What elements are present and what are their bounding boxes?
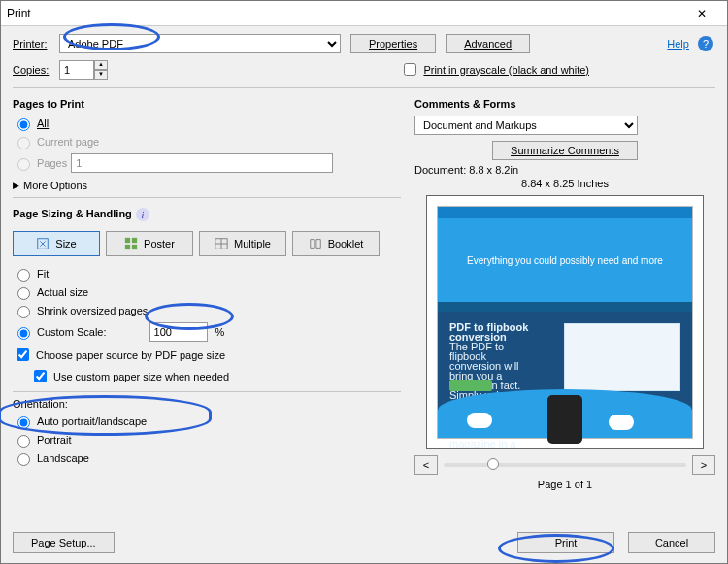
choose-source-checkbox[interactable] [17,348,29,361]
copies-label: Copies: [13,64,59,76]
printer-select[interactable]: Adobe PDF [59,34,341,53]
radio-all[interactable]: All [13,116,401,131]
preview-upload-btn [449,380,492,391]
print-dialog: Print ✕ Help ? Printer: Adobe PDF Proper… [0,0,728,564]
help-area: Help ? [667,36,713,51]
preview-nav [438,207,692,218]
sizing-multiple-button[interactable]: Multiple [199,231,286,256]
preview-slider[interactable] [444,463,686,467]
close-icon[interactable]: ✕ [682,7,721,20]
cancel-button[interactable]: Cancel [628,532,715,553]
radio-custom-scale[interactable]: Custom Scale: [13,324,107,340]
summarize-button[interactable]: Summarize Comments [492,141,638,160]
cloud-icon-2 [609,415,634,430]
info-icon[interactable]: i [136,208,149,221]
comments-select[interactable]: Document and Markups [414,116,638,135]
copies-stepper[interactable]: ▲ ▼ [59,60,108,80]
help-icon[interactable]: ? [698,36,713,51]
custom-scale-input[interactable] [149,322,208,342]
radio-fit[interactable]: Fit [13,266,401,282]
document-dim-label: Document: 8.8 x 8.2in [414,164,715,176]
use-custom-checkbox[interactable] [34,370,47,382]
page-setup-button[interactable]: Page Setup... [13,532,115,553]
use-custom-checkbox-row[interactable]: Use custom paper size when needed [30,367,401,385]
radio-orient-portrait[interactable]: Portrait [13,432,401,448]
phone-icon [547,395,582,444]
sizing-heading: Page Sizing & Handling [13,208,132,219]
advanced-button[interactable]: Advanced [446,34,530,53]
choose-source-checkbox-row[interactable]: Choose paper source by PDF page size [13,346,401,364]
preview-hero: Everything you could possibly need and m… [438,218,692,302]
print-preview: Everything you could possibly need and m… [426,195,704,449]
sizing-size-button[interactable]: Size [13,231,100,256]
sizing-booklet-button[interactable]: Booklet [292,231,380,256]
svg-rect-2 [132,238,137,243]
grayscale-checkbox-row[interactable]: Print in grayscale (black and white) [400,60,589,79]
preview-card [564,323,680,391]
radio-actual[interactable]: Actual size [13,284,401,300]
copies-input[interactable] [59,60,94,80]
orientation-heading: Orientation: [13,398,401,410]
radio-current[interactable]: Current page [13,134,401,149]
window-title: Print [7,7,31,20]
preview-thumb: Everything you could possibly need and m… [437,206,693,439]
properties-button[interactable]: Properties [350,34,436,53]
titlebar: Print ✕ [1,1,727,26]
cloud-icon [467,413,492,428]
radio-orient-auto[interactable]: Auto portrait/landscape [13,414,401,429]
preview-next-button[interactable]: > [692,455,715,475]
pages-range-input[interactable] [71,153,333,173]
pages-to-print-heading: Pages to Print [13,98,401,110]
sizing-poster-button[interactable]: Poster [106,231,193,256]
grayscale-checkbox[interactable] [404,63,416,76]
copies-down-icon[interactable]: ▼ [94,70,108,80]
radio-pages[interactable]: Pages [13,155,67,171]
page-counter: Page 1 of 1 [414,479,715,490]
svg-rect-4 [132,245,137,249]
copies-up-icon[interactable]: ▲ [94,60,108,70]
slider-knob[interactable] [487,458,499,470]
printer-label: Printer: [13,38,59,50]
svg-rect-3 [125,245,130,249]
svg-rect-1 [125,238,130,243]
more-options-toggle[interactable]: ▶ More Options [13,180,401,191]
radio-shrink[interactable]: Shrink oversized pages [13,303,401,318]
booklet-icon [309,237,322,250]
size-icon [36,237,50,250]
percent-label: % [215,326,225,338]
preview-prev-button[interactable]: < [414,455,438,475]
triangle-right-icon: ▶ [13,181,19,190]
multiple-icon [215,237,228,250]
poster-icon [124,237,138,250]
print-button[interactable]: Print [517,532,614,553]
comments-heading: Comments & Forms [414,98,715,110]
help-link[interactable]: Help [667,38,689,50]
radio-orient-landscape[interactable]: Landscape [13,450,401,466]
sheet-dim-label: 8.84 x 8.25 Inches [414,178,715,189]
